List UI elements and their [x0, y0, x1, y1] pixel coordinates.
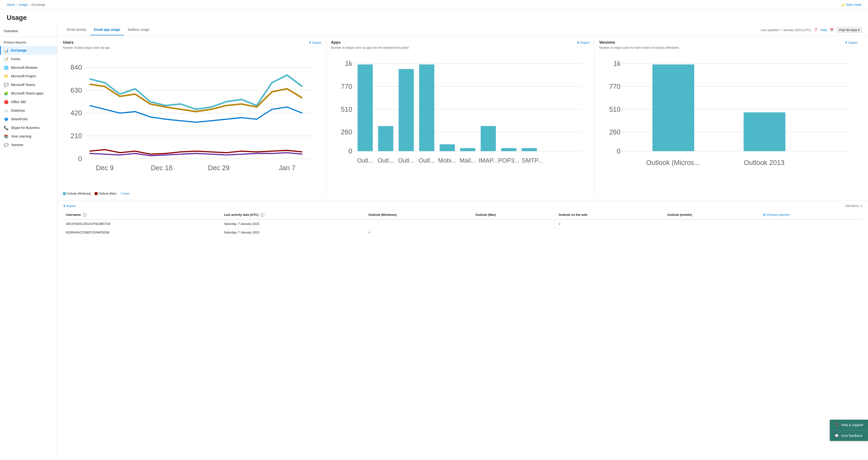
sidebar-item-viva-label: Viva Learning [11, 135, 31, 138]
sidebar-item-office-365[interactable]: 🔴 Office 365 [0, 98, 57, 106]
download-icon2: ⬇ [577, 41, 580, 45]
main-layout: Overview Product Reports 📊 Exchange 📝 Fo… [0, 24, 868, 458]
sidebar-item-forms[interactable]: 📝 Forms [0, 55, 57, 63]
svg-text:IMAP...: IMAP... [479, 157, 498, 164]
calendar-icon: 📅 [830, 28, 834, 32]
moon-icon: 🌙 [841, 3, 845, 6]
sidebar-item-exchange-label: Exchange [11, 49, 27, 52]
sidebar-item-viva-learning[interactable]: 📚 Viva Learning [0, 132, 57, 141]
page-title: Usage [7, 14, 861, 22]
table-export-button[interactable]: ⬇ Export [63, 204, 75, 208]
svg-text:1k: 1k [345, 60, 352, 67]
download-icon3: ⬇ [845, 41, 847, 45]
sidebar-item-project-label: Microsoft Project [11, 74, 36, 78]
data-table: Username i Last activity date (UTC) i Ou… [63, 210, 862, 237]
breadcrumb-current: Exchange [31, 3, 45, 6]
choose-columns-button[interactable]: ⊞ Choose columns [763, 213, 790, 217]
sidebar-item-yammer[interactable]: 💬 Yammer [0, 141, 57, 149]
last-updated-label: Last updated: 7 January 2023 (UTC) [761, 28, 811, 32]
tab-email-app-usage[interactable]: Email app usage [90, 24, 124, 35]
svg-rect-27 [419, 64, 434, 151]
chart-apps-header: Apps ⬇ Export [331, 40, 589, 45]
table-section: ⬇ Export 100 items ≡ Username i [57, 200, 868, 241]
chart-apps: Apps ⬇ Export Number of unique users by … [326, 40, 594, 195]
breadcrumb-usage[interactable]: Usage [19, 3, 28, 6]
versions-bar-chart: 1k 770 510 260 0 Outlook (Micros... Outl… [599, 52, 858, 178]
svg-text:Outl...: Outl... [398, 157, 414, 164]
download-icon: ⬇ [309, 41, 311, 45]
chart-users-legend: Outlook (Windows) Outlook (Mac) 7 more [63, 192, 321, 195]
svg-text:770: 770 [341, 83, 352, 90]
charts-section: Users ⬇ Export Number of daily unique us… [57, 35, 868, 200]
chart-apps-export[interactable]: ⬇ Export [577, 41, 589, 45]
chart-users-export[interactable]: ⬇ Export [309, 41, 321, 45]
help-support-button[interactable]: ❓ Help & support [830, 420, 868, 430]
yammer-icon: 💬 [4, 143, 8, 147]
sidebar-item-microsoft-teams[interactable]: 💬 Microsoft Teams [0, 81, 57, 89]
sidebar-item-skype[interactable]: 📞 Skype for Business [0, 123, 57, 132]
chart-users-header: Users ⬇ Export [63, 40, 321, 45]
period-button[interactable]: Past 30 days ▾ [837, 27, 862, 33]
last-activity-info-icon[interactable]: i [260, 213, 264, 217]
chart-versions-title: Versions [599, 40, 615, 45]
give-feedback-button[interactable]: 💬 Give feedback [830, 430, 868, 441]
breadcrumb-sep1: › [17, 3, 18, 6]
chart-apps-subtitle: Number of unique users by app over the s… [331, 46, 589, 50]
svg-text:210: 210 [70, 132, 82, 140]
table-toolbar: ⬇ Export 100 items ≡ [63, 204, 862, 208]
sidebar-item-browser-label: Microsoft Browser [11, 66, 38, 69]
svg-text:Dec 9: Dec 9 [96, 164, 114, 172]
cell-extra-2 [760, 228, 862, 237]
cell-outlook-mobile-2 [664, 228, 760, 237]
sidebar-item-exchange[interactable]: 📊 Exchange [0, 46, 57, 55]
svg-text:1k: 1k [613, 60, 621, 67]
svg-rect-25 [378, 126, 394, 151]
chart-versions: Versions ⬇ Export Number of unique users… [594, 40, 862, 195]
sidebar-item-sharepoint[interactable]: 🔷 SharePoint [0, 115, 57, 123]
cell-extra-1 [760, 220, 862, 228]
svg-text:Outlook 2013: Outlook 2013 [744, 159, 784, 166]
sidebar-item-onedrive[interactable]: ☁️ OneDrive [0, 106, 57, 115]
legend-outlook-mac: Outlook (Mac) [95, 192, 116, 195]
teams-icon: 💬 [4, 82, 8, 87]
legend-dot-outlook-mac [95, 192, 97, 195]
svg-text:Jan 7: Jan 7 [279, 164, 296, 172]
tab-email-activity[interactable]: Email activity [63, 24, 90, 35]
tab-mailbox-usage[interactable]: Mailbox usage [124, 24, 153, 35]
help-icon: ❓ [814, 28, 818, 32]
viva-icon: 📚 [4, 134, 8, 139]
help-support-label: Help & support [841, 423, 863, 427]
sidebar-item-microsoft-project[interactable]: 📁 Microsoft Project [0, 72, 57, 81]
cell-last-activity-1: Saturday, 7 January 2023 [221, 220, 366, 228]
sidebar-item-teams-label: Microsoft Teams [11, 83, 35, 87]
chart-apps-title: Apps [331, 40, 341, 45]
teams-apps-icon: 🧩 [4, 91, 8, 96]
sidebar-item-yammer-label: Yammer [11, 143, 23, 147]
svg-text:Mobi...: Mobi... [438, 157, 457, 164]
cell-outlook-mac-1 [473, 220, 556, 228]
svg-text:260: 260 [341, 128, 352, 136]
columns-icon: ⊞ [763, 213, 766, 217]
dark-mode-button[interactable]: 🌙 Dark mode [841, 3, 861, 6]
col-choose-columns: ⊞ Choose columns [760, 210, 862, 220]
users-line-chart: 840 630 420 210 0 Dec 9 Dec 18 Dec 29 Ja… [63, 52, 321, 189]
cell-outlook-mac-2 [473, 228, 556, 237]
chevron-down-icon: ▾ [858, 28, 860, 32]
sidebar-divider [0, 37, 57, 37]
help-link[interactable]: Help [820, 28, 827, 32]
username-info-icon[interactable]: i [83, 213, 87, 217]
svg-text:510: 510 [341, 106, 352, 113]
sidebar-item-microsoft-browser[interactable]: 🌐 Microsoft Browser [0, 63, 57, 72]
table-count-value: 100 items [845, 204, 859, 208]
sidebar-item-office-label: Office 365 [11, 100, 26, 104]
chart-versions-export[interactable]: ⬇ Export [845, 41, 858, 45]
sidebar-item-overview[interactable]: Overview [0, 27, 57, 35]
svg-text:Dec 18: Dec 18 [151, 164, 173, 172]
sidebar-item-teams-apps-label: Microsoft Teams apps [11, 91, 43, 95]
list-view-icon[interactable]: ≡ [860, 204, 862, 208]
breadcrumb-home[interactable]: Home [7, 3, 15, 6]
legend-7-more[interactable]: 7 more [120, 192, 129, 195]
forms-icon: 📝 [4, 57, 8, 61]
sidebar-item-teams-apps[interactable]: 🧩 Microsoft Teams apps [0, 89, 57, 98]
svg-rect-29 [460, 148, 475, 151]
